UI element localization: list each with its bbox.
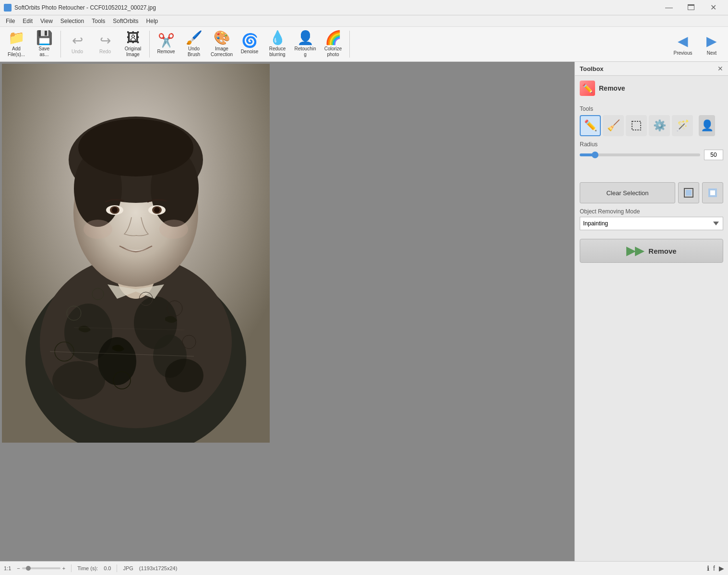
add-files-label: Add File(s)...: [4, 46, 28, 58]
toolbox-body: ✏️ Remove Tools ✏️ 🧹 ⚙️ 🪄 👤: [575, 76, 728, 561]
undo-icon: ↩: [72, 34, 83, 47]
mode-select[interactable]: Inpainting Content-Aware Fill Clone Stam…: [580, 217, 723, 230]
zoom-thumb[interactable]: [26, 566, 31, 571]
wand-tool-button[interactable]: 🪄: [672, 115, 693, 136]
radius-slider-thumb[interactable]: [592, 152, 598, 158]
undo-button[interactable]: ↩ Undo: [64, 29, 91, 59]
status-right: ℹ f ▶: [707, 564, 724, 572]
titlebar: SoftOrbits Photo Retoucher - CCF01052012…: [0, 0, 728, 15]
undo-label: Undo: [65, 49, 89, 55]
remove-action-button[interactable]: ▶▶ Remove: [580, 239, 723, 263]
svg-rect-33: [632, 121, 641, 130]
zoom-decrease-icon[interactable]: −: [17, 565, 20, 571]
image-correction-icon: 🎨: [214, 31, 230, 45]
toolbar: 📁 Add File(s)... 💾 Saveas... ↩ Undo ↪ Re…: [0, 27, 728, 62]
remove-section-title: Remove: [599, 84, 625, 92]
menu-softorbits[interactable]: SoftOrbits: [109, 17, 142, 25]
radius-label: Radius: [580, 141, 723, 148]
spacer: [580, 165, 723, 175]
remove-section-header: ✏️ Remove: [580, 81, 723, 96]
window-controls: — 🗖 ✕: [658, 0, 724, 15]
time-label: Time (s):: [77, 565, 98, 571]
svg-point-23: [159, 220, 188, 239]
select-all-button[interactable]: [678, 182, 699, 203]
retouching-icon: 👤: [297, 31, 314, 45]
invert-selection-icon: [707, 188, 718, 198]
facebook-icon[interactable]: f: [713, 564, 715, 572]
next-label: Next: [707, 50, 717, 56]
undo-brush-button[interactable]: 🖌️ UndoBrush: [180, 29, 207, 59]
zoom-bar: − +: [17, 565, 65, 571]
tools-row: ✏️ 🧹 ⚙️ 🪄 👤: [580, 115, 723, 136]
remove-button[interactable]: ✂️ Remove: [153, 29, 179, 59]
maximize-button[interactable]: 🗖: [680, 0, 702, 15]
remove-action-label: Remove: [648, 247, 676, 255]
photo-canvas: [2, 64, 270, 443]
retouching-label: Retouching: [293, 46, 317, 58]
undo-brush-icon: 🖌️: [186, 31, 203, 45]
menu-tools[interactable]: Tools: [88, 17, 109, 25]
add-files-icon: 📁: [8, 31, 25, 45]
next-button[interactable]: ▶ Next: [698, 29, 725, 59]
menu-edit[interactable]: Edit: [19, 17, 36, 25]
select-rect-button[interactable]: [626, 115, 647, 136]
menu-view[interactable]: View: [36, 17, 57, 25]
nav-group: ◀ Previous ▶ Next: [669, 29, 725, 59]
window-title: SoftOrbits Photo Retoucher - CCF01052012…: [14, 4, 658, 11]
toolbar-file-group: 📁 Add File(s)... 💾 Saveas...: [3, 29, 58, 59]
svg-point-8: [52, 361, 105, 399]
toolbar-tools-group: ✂️ Remove 🖌️ UndoBrush 🎨 ImageCorrection…: [153, 29, 346, 59]
menu-file[interactable]: File: [2, 17, 19, 25]
main-area: Toolbox ✕ ✏️ Remove Tools ✏️ 🧹: [0, 62, 728, 561]
save-as-icon: 💾: [36, 31, 53, 45]
previous-label: Previous: [674, 50, 692, 56]
svg-point-9: [165, 359, 203, 392]
menu-selection[interactable]: Selection: [57, 17, 88, 25]
previous-button[interactable]: ◀ Previous: [669, 29, 696, 59]
image-correction-button[interactable]: 🎨 ImageCorrection: [208, 29, 235, 59]
svg-point-21: [154, 207, 160, 213]
brush-tool-button[interactable]: ✏️: [580, 115, 601, 136]
colorize-label: Colorizephoto: [321, 46, 345, 58]
reduce-blurring-button[interactable]: 💧 Reduceblurring: [264, 29, 291, 59]
save-as-button[interactable]: 💾 Saveas...: [31, 29, 58, 59]
remove-section-icon: ✏️: [580, 81, 595, 96]
zoom-slider[interactable]: [22, 567, 60, 569]
add-files-button[interactable]: 📁 Add File(s)...: [3, 29, 30, 59]
colorize-photo-button[interactable]: 🌈 Colorizephoto: [320, 29, 346, 59]
actions-row: Clear Selection: [580, 182, 723, 203]
original-image-button[interactable]: 🖼 OriginalImage: [119, 29, 146, 59]
redo-button[interactable]: ↪ Redo: [92, 29, 119, 59]
radius-value[interactable]: 50: [704, 150, 723, 160]
retouching-button[interactable]: 👤 Retouching: [292, 29, 319, 59]
statusbar: 1:1 − + Time (s): 0.0 JPG (1193x1725x24)…: [0, 561, 728, 575]
denoise-button[interactable]: 🌀 Denoise: [236, 29, 263, 59]
redo-label: Redo: [93, 49, 117, 55]
settings-tool-button[interactable]: ⚙️: [649, 115, 670, 136]
close-button[interactable]: ✕: [702, 0, 724, 15]
info-icon[interactable]: ℹ: [707, 564, 709, 572]
toolbar-sep-3: [349, 31, 350, 58]
remove-icon: ✂️: [158, 34, 175, 47]
remove-action-icon: ▶▶: [626, 244, 644, 258]
toolbox-close-button[interactable]: ✕: [717, 65, 723, 72]
youtube-icon[interactable]: ▶: [719, 564, 724, 572]
radius-slider-track[interactable]: [580, 153, 700, 156]
svg-point-18: [112, 207, 118, 213]
menubar: File Edit View Selection Tools SoftOrbit…: [0, 15, 728, 27]
zoom-ratio: 1:1: [4, 565, 11, 571]
person-tool-button[interactable]: 👤: [699, 115, 715, 136]
original-image-label: OriginalImage: [121, 46, 145, 58]
eraser-tool-button[interactable]: 🧹: [603, 115, 624, 136]
original-image-icon: 🖼: [126, 31, 140, 45]
svg-rect-37: [710, 190, 715, 195]
zoom-increase-icon[interactable]: +: [62, 565, 65, 571]
colorize-icon: 🌈: [325, 31, 342, 45]
redo-icon: ↪: [100, 34, 111, 47]
image-area[interactable]: [0, 62, 574, 561]
toolbox-header: Toolbox ✕: [575, 62, 728, 76]
clear-selection-button[interactable]: Clear Selection: [580, 182, 675, 203]
minimize-button[interactable]: —: [658, 0, 680, 15]
menu-help[interactable]: Help: [143, 17, 162, 25]
invert-selection-button[interactable]: [702, 182, 723, 203]
